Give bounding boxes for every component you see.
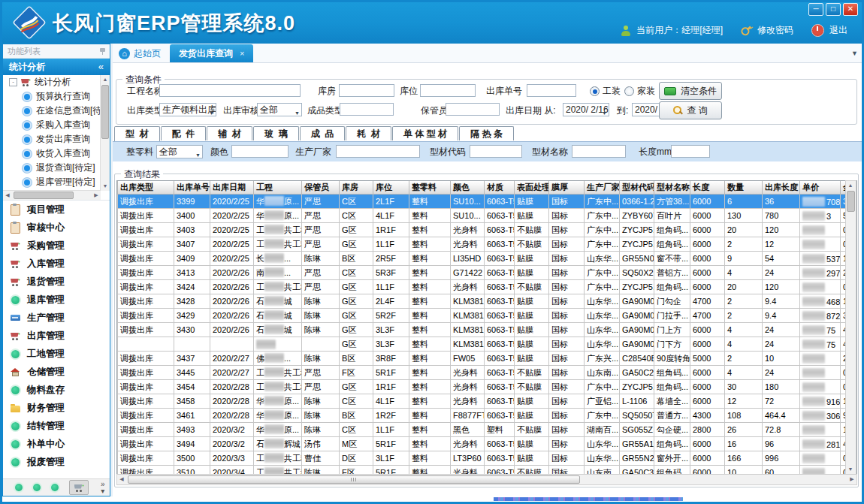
tree-item[interactable]: 收货入库查询 [3,146,110,161]
sidebar-module-财务管理[interactable]: 财务管理 [3,399,110,417]
column-header-maker[interactable]: 生产厂家 [585,181,620,195]
stats-section-header[interactable]: 统计分析 « [3,59,110,75]
table-row[interactable]: 调拨出库34032020/2/25工共工程严思G区1R1F整料光身料6063-T… [118,223,857,237]
column-header-loc[interactable]: 库位 [373,181,409,195]
material-tab[interactable]: 成 品 [300,126,346,140]
project-name-input[interactable] [159,84,301,97]
length-input[interactable] [671,145,710,158]
tree-item[interactable]: 在途信息查询[待 [3,104,110,118]
color-input[interactable] [231,145,289,158]
material-tab[interactable]: 型 材 [114,126,160,142]
cart-module-button[interactable] [69,480,89,495]
material-tab[interactable]: 玻 璃 [253,126,299,140]
sidebar-module-审核中心[interactable]: 审核中心 [3,219,110,237]
column-header-qty[interactable]: 数量 [725,181,763,195]
table-vertical-scrollbar[interactable]: ▲ ▼ [845,180,856,475]
column-header-color[interactable]: 颜色 [451,181,485,195]
module-dot-icon[interactable] [51,484,59,491]
material-tab[interactable]: 隔 热 条 [459,126,514,140]
column-header-code[interactable]: 型材代码 [620,181,654,195]
table-row[interactable]: 调拨出库34242020/2/26工共工程严思G区1L1F整料光身料6063-T… [118,280,857,294]
tab-close-icon[interactable]: × [240,49,244,58]
column-header-proj[interactable]: 工程 [254,181,302,195]
module-dot-icon[interactable] [15,484,23,491]
warehouse-input[interactable] [339,84,394,97]
sidebar-module-物料盘存[interactable]: 物料盘存 [3,381,110,399]
tree-item[interactable]: 退货查询[待定] [3,161,110,175]
sidebar-module-结转管理[interactable]: 结转管理 [3,417,110,435]
column-header-len[interactable]: 长度 [690,181,725,195]
product-type-input[interactable] [340,103,394,116]
tree-horizontal-scrollbar[interactable]: ◀ ▶ [3,190,101,200]
table-row[interactable]: G区3L3F整料KLM38176063-T5贴膜国标山东华...GA90M09.… [118,337,857,352]
scroll-right-icon[interactable]: ▶ [92,191,101,200]
table-row[interactable]: 调拨出库34282020/2/26石城陈琳G区2L4F整料KLM38176063… [118,294,857,309]
sidebar-module-项目管理[interactable]: 项目管理 [3,201,110,219]
module-dot-icon[interactable] [33,484,41,491]
table-row[interactable]: 调拨出库34292020/2/26石城陈琳G区5R2F整料KLM38176063… [118,309,857,323]
table-row[interactable]: 调拨出库34612020/2/28华原...陈琳B区1R2F整料F8877FT6… [118,409,857,423]
column-header-no[interactable]: 出库单号 [174,181,210,195]
column-header-type[interactable]: 出库类型 [118,181,174,195]
radio-work-install[interactable]: 工装 [590,85,621,98]
sidebar-module-报废管理[interactable]: 报废管理 [3,453,110,471]
sidebar-module-补单中心[interactable]: 补单中心 [3,435,110,453]
tree-item[interactable]: 采购入库查询 [3,118,110,132]
scroll-left-icon[interactable]: ◀ [3,191,12,200]
table-row[interactable]: 调拨出库34542020/2/28工共工程严思G区1R1F整料光身料6063-T… [118,380,857,394]
table-row[interactable]: 调拨出库33992020/2/25华原...严思C区2L1F整料SU10...6… [118,195,857,209]
table-row[interactable]: 调拨出库34372020/2/27佛...陈琳B区3R8F整料FW056063-… [118,352,857,366]
column-header-name[interactable]: 型材名称 [654,181,690,195]
scroll-down-icon[interactable]: ▼ [101,182,110,191]
pin-icon[interactable] [100,48,105,55]
sidebar-module-工地管理[interactable]: 工地管理 [3,345,110,363]
sidebar-module-退货管理[interactable]: 退货管理 [3,273,110,291]
table-row[interactable]: 调拨出库34092020/2/25长...陈琳B区2R5F整料LI35HD606… [118,252,857,266]
order-no-input[interactable] [527,84,576,97]
table-row[interactable]: 调拨出库35002020/3/3工共工程曹佳D区3L1F整料LT3P606063… [118,451,857,466]
scroll-right-icon[interactable]: ▶ [847,475,856,484]
sidebar-module-生产管理[interactable]: 生产管理 [3,309,110,327]
column-header-wh[interactable]: 库房 [340,181,373,195]
material-tab[interactable]: 耗 材 [346,126,391,140]
column-header-film[interactable]: 膜厚 [549,181,585,195]
scroll-up-icon[interactable]: ▲ [846,181,855,190]
tree-item[interactable]: 发货出库查询 [3,132,110,146]
location-input[interactable] [420,84,476,97]
column-header-zl[interactable]: 整零料 [409,181,451,195]
table-row[interactable]: 调拨出库34072020/2/25工共工程严思G区1L1F整料光身料6063-T… [118,237,857,252]
tree-item[interactable]: 预算执行查询 [3,89,110,104]
maker-input[interactable] [336,145,420,158]
table-row[interactable]: 调拨出库34582020/2/28华原...陈琳C区4L1F整料光身料6063-… [118,394,857,409]
clear-conditions-button[interactable]: 清空条件 [659,82,722,100]
tree-root[interactable]: - 统计分析 [3,75,110,89]
scroll-up-icon[interactable]: ▲ [101,75,110,84]
material-tab[interactable]: 辅 材 [207,126,252,140]
table-row[interactable]: 调拨出库34132020/2/26南...严思C区5R3F整料G71422606… [118,266,857,280]
outbound-type-select[interactable]: 生产领料出库▼ [159,103,216,116]
sidebar-module-出库管理[interactable]: 出库管理 [3,327,110,345]
tab-shipping-outbound-query[interactable]: 发货出库查询 × [170,44,253,62]
tree-expander-icon[interactable]: - [9,78,17,86]
profile-code-input[interactable] [470,145,522,158]
column-header-outlen[interactable]: 出库长度 [763,181,800,195]
minimize-button[interactable]: ─ [808,3,823,16]
tab-home[interactable]: ⌂ 起始页 [113,44,170,62]
change-password-link[interactable]: 修改密码 [757,24,793,37]
keeper-input[interactable] [446,103,500,116]
logout-link[interactable]: 退出 [829,24,847,37]
table-row[interactable]: 调拨出库34942020/3/2石辉城汤伟M区5R1F整料光身料6063-T5贴… [118,437,857,451]
table-row[interactable]: 调拨出库34302020/2/26石城陈琳G区3L3F整料KLM38176063… [118,323,857,337]
scrollbar-thumb[interactable] [128,475,580,484]
column-header-keeper[interactable]: 保管员 [302,181,340,195]
table-horizontal-scrollbar[interactable]: ◀ ▶ [116,474,857,485]
close-button[interactable]: ✕ [843,3,858,16]
sidebar-module-采购管理[interactable]: 采购管理 [3,237,110,255]
whole-part-select[interactable]: 全部▼ [156,145,203,158]
table-row[interactable]: 调拨出库34452020/2/27工共工程严思F区5R1F整料光身料6063-T… [118,366,857,380]
sidebar-module-入库管理[interactable]: 入库管理 [3,255,110,273]
radio-home-install[interactable]: 家装 [624,85,655,98]
audit-select[interactable]: 全部▼ [257,103,302,116]
tree-item[interactable]: 退库管理[待定] [3,175,110,189]
search-button[interactable]: 查 询 [659,101,722,119]
